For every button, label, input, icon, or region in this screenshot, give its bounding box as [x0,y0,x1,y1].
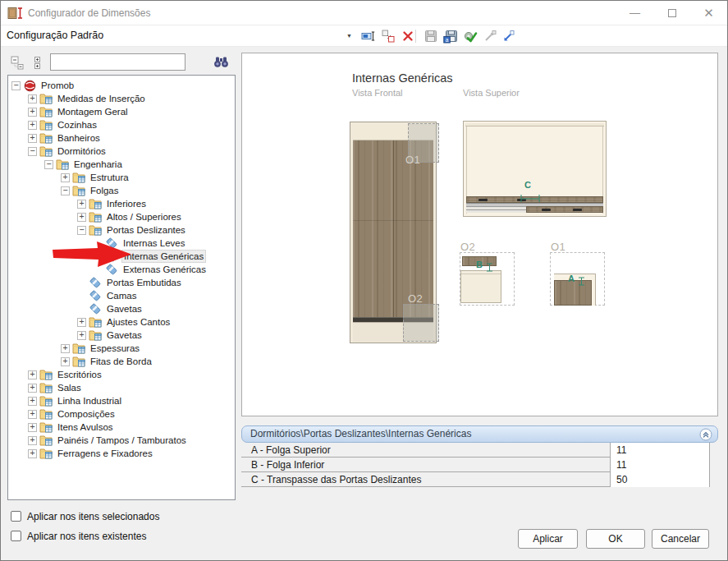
tree-item[interactable]: + Ajustes Cantos [8,315,235,329]
tree-expander-icon[interactable]: + [77,200,86,209]
ok-button[interactable]: OK [586,529,645,549]
collapse-all-button[interactable] [9,54,25,71]
search-input[interactable] [50,53,185,71]
tree-item[interactable]: + Inferiores [8,197,235,210]
folder-icon [39,448,53,460]
tree-expander-icon[interactable]: + [61,173,70,182]
tree-item[interactable]: + Espessuras [8,342,235,355]
tree-expander-icon[interactable]: + [28,410,37,419]
tree-item-label: Banheiros [56,132,102,144]
tree-expander-icon[interactable]: + [28,423,37,432]
config-selector[interactable]: Configuração Padrão ▼ [1,25,359,46]
tree-item[interactable]: Internas Leves [8,237,235,250]
tree-item[interactable]: − Promob [8,79,235,92]
expand-all-button[interactable] [29,54,45,71]
tree-item[interactable]: + Salas [8,381,235,394]
tree-item[interactable]: + Painéis / Tampos / Tamburatos [8,434,235,447]
tree-expander-icon[interactable]: − [61,186,70,195]
save-database-button[interactable]: a [442,28,459,44]
link-import-button[interactable] [500,28,516,44]
rename-config-button[interactable] [360,28,377,44]
tree-item[interactable]: Internas Genéricas [8,250,235,263]
tree-item[interactable]: + Cozinhas [8,118,235,131]
property-value-cell[interactable]: 11 [610,443,710,458]
property-value-cell[interactable]: 50 [610,472,710,487]
tree-expander-icon[interactable]: + [61,344,70,353]
tree-expander-icon[interactable]: + [28,449,37,458]
tree-item[interactable]: − Portas Deslizantes [8,223,235,237]
door-handle [573,209,582,211]
config-selector-value: Configuração Padrão [7,30,103,41]
folder-icon [39,369,53,381]
tree-item[interactable]: + Itens Avulsos [8,421,235,434]
tree-expander-icon[interactable]: + [28,134,37,143]
tree-expander-icon[interactable]: + [28,436,37,445]
tree-expander-icon[interactable]: + [28,384,37,393]
copy-config-button[interactable] [380,28,396,44]
tree-item[interactable]: Externas Genéricas [8,263,235,276]
property-value-cell[interactable]: 11 [610,458,710,472]
maximize-button[interactable] [653,1,690,25]
minimize-button[interactable]: — [616,1,653,25]
cancel-button[interactable]: Cancelar [652,529,709,549]
tree-item[interactable]: + Fitas de Borda [8,355,235,368]
tree-expander-icon[interactable]: + [28,108,37,117]
tree-item-label: Linha Industrial [56,395,123,407]
tree-expander-icon[interactable]: − [77,226,86,235]
tree-expander-icon[interactable]: + [28,94,37,103]
tree-expander-icon[interactable]: + [28,370,37,379]
tree-item[interactable]: + Ferragens e Fixadores [8,447,235,460]
tree-item[interactable]: Camas [8,289,235,302]
tree-item[interactable]: + Gavetas [8,329,235,342]
tree-item[interactable]: Portas Embutidas [8,276,235,289]
tree-expander-icon[interactable]: − [44,160,53,169]
tree-item[interactable]: − Engenharia [8,158,235,171]
tree-item[interactable]: + Montagem Geral [8,105,235,118]
tree-item[interactable]: + Escritórios [8,368,235,381]
tree-item[interactable]: − Folgas [8,184,235,197]
folder-icon [56,159,69,171]
apply-selected-checkbox[interactable] [11,511,21,522]
tree-item-label: Internas Leves [121,237,186,249]
folder-icon [89,211,102,223]
door-handle [542,209,551,211]
tree-expander-icon[interactable]: − [28,147,37,156]
tree-expander-icon[interactable]: + [77,331,86,340]
tree-expander-icon[interactable]: + [77,318,86,327]
properties-header-bar[interactable]: Dormitórios\Portas Deslizantes\Internas … [241,425,718,443]
folder-icon [89,316,102,329]
dimension-c-bracket [520,191,541,206]
tree-item-label: Fitas de Borda [89,356,153,367]
o1-region-label: O1 [405,154,420,166]
search-binoculars-button[interactable] [209,53,232,71]
tree-item[interactable]: + Linha Industrial [8,394,235,407]
tree-item[interactable]: − Dormitórios [8,145,235,158]
tree-expander-icon[interactable]: + [28,397,37,406]
save-button[interactable] [423,28,439,44]
tree-item[interactable]: + Medidas de Inserção [8,92,235,105]
tree-item[interactable]: + Banheiros [8,131,235,145]
tree-item[interactable]: + Altos / Superiores [8,210,235,223]
collapse-chevron-button[interactable] [699,428,712,441]
tree-expander-icon[interactable]: + [77,213,86,222]
tree-item-label: Painéis / Tampos / Tamburatos [56,435,188,446]
tree-expander-icon[interactable]: + [61,357,70,366]
o1-detail-label: O1 [551,241,565,253]
property-label: B - Folga Inferior [251,459,324,471]
apply-check-button[interactable] [462,28,478,44]
tree-item[interactable]: Gavetas [8,302,235,315]
tree-item-label: Engenharia [72,159,124,170]
tree-item[interactable]: + Estrutura [8,171,235,184]
folder-icon [39,421,53,434]
apply-existing-checkbox[interactable] [11,531,21,541]
delete-config-button[interactable] [400,28,416,44]
close-button[interactable]: ✕ [690,1,727,25]
title-bar[interactable]: Configurador de Dimensões — ✕ [1,1,727,25]
tree-item[interactable]: + Composições [8,407,235,421]
tree-expander-icon[interactable]: + [28,121,37,130]
tree-item-label: Ajustes Cantos [105,316,172,328]
link-export-icon[interactable] [482,28,498,44]
apply-button[interactable]: Aplicar [518,529,578,549]
tree-item-label: Espessuras [89,343,141,354]
tree-expander-icon[interactable]: − [11,81,21,90]
